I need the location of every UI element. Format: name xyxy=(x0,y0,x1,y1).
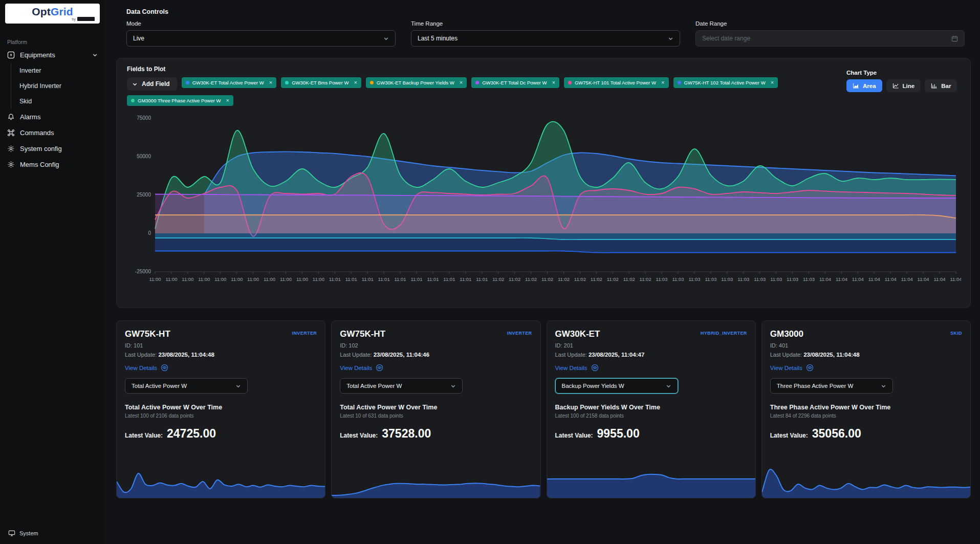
remove-field-icon[interactable]: × xyxy=(552,80,555,85)
view-details-link[interactable]: View Details xyxy=(555,365,587,371)
x-axis-tick-label: 11:00 xyxy=(198,276,210,282)
sidebar-footer-label: System xyxy=(19,530,38,536)
remove-field-icon[interactable]: × xyxy=(661,80,664,85)
chart-type-line-button[interactable]: Line xyxy=(886,79,921,92)
chevron-down-icon xyxy=(92,52,98,58)
remove-field-icon[interactable]: × xyxy=(354,80,357,85)
sidebar: OptGrid by Platform Equipments Inverter … xyxy=(0,0,105,544)
chevron-down-icon xyxy=(450,383,456,389)
x-axis-tick-label: 11:00 xyxy=(165,276,177,282)
chevron-down-icon xyxy=(666,383,671,389)
last-update-label: Last Update: xyxy=(770,352,802,358)
x-axis-tick-label: 11:03 xyxy=(688,276,700,282)
y-axis-tick-label: -25000 xyxy=(135,269,151,274)
series-color-dot xyxy=(678,81,681,84)
equipments-submenu: Inverter Hybrid Inverter Skid xyxy=(11,63,105,109)
metric-select[interactable]: Three Phase Active Power W xyxy=(770,378,893,394)
field-chip[interactable]: GW75K-HT 102 Total Active Power W× xyxy=(673,77,778,88)
time-range-select[interactable]: Last 5 minutes xyxy=(411,30,680,47)
field-chip-label: GW75K-HT 101 Total Active Power W xyxy=(575,80,656,85)
sidebar-item-inverter[interactable]: Inverter xyxy=(19,63,105,78)
bell-icon xyxy=(7,113,15,121)
x-axis-tick-label: 11:01 xyxy=(362,276,374,282)
latest-value: 37528.00 xyxy=(382,427,431,441)
card-chart-title: Three Phase Active Power W Over Time xyxy=(770,404,962,411)
x-axis-tick-label: 11:04 xyxy=(852,276,864,282)
remove-field-icon[interactable]: × xyxy=(460,80,463,85)
field-chip[interactable]: GW30K-ET Total Active Power W× xyxy=(182,77,277,88)
add-field-button[interactable]: Add Field xyxy=(127,77,177,91)
field-chip[interactable]: GW30K-ET Bms Power W× xyxy=(281,77,361,88)
eye-icon[interactable] xyxy=(806,364,814,372)
chart-type-bar-button[interactable]: Bar xyxy=(925,79,957,92)
monitor-icon xyxy=(8,530,15,537)
date-range-label: Date Range xyxy=(695,20,965,27)
sidebar-footer-system[interactable]: System xyxy=(8,530,38,537)
x-axis-tick-label: 11:01 xyxy=(329,276,341,282)
sidebar-item-label: System config xyxy=(20,145,98,153)
latest-value: 9955.00 xyxy=(597,427,640,441)
metric-select[interactable]: Total Active Power W xyxy=(125,378,248,394)
chart-type-area-button[interactable]: Area xyxy=(846,79,882,92)
x-axis-tick-label: 11:04 xyxy=(901,276,913,282)
x-axis-tick-label: 11:02 xyxy=(525,276,537,282)
sidebar-item-equipments[interactable]: Equipments xyxy=(0,47,105,63)
eye-icon[interactable] xyxy=(376,364,383,372)
brand-logo[interactable]: OptGrid by xyxy=(5,4,100,24)
x-axis-tick-label: 11:00 xyxy=(247,276,259,282)
remove-field-icon[interactable]: × xyxy=(269,80,272,85)
command-icon xyxy=(7,129,15,137)
view-details-link[interactable]: View Details xyxy=(770,365,802,371)
mode-select[interactable]: Live xyxy=(126,30,396,47)
chevron-down-icon xyxy=(132,81,138,87)
chevron-down-icon xyxy=(668,36,673,41)
remove-field-icon[interactable]: × xyxy=(226,98,229,103)
sidebar-item-alarms[interactable]: Alarms xyxy=(0,109,105,125)
field-chip[interactable]: GM3000 Three Phase Active Power W× xyxy=(127,95,233,106)
device-cards: GW75K-HTINVERTERID: 101Last Update: 23/0… xyxy=(116,320,971,498)
view-details-link[interactable]: View Details xyxy=(125,365,157,371)
device-name: GW75K-HT xyxy=(340,329,385,339)
field-chip[interactable]: GW75K-HT 101 Total Active Power W× xyxy=(564,77,669,88)
device-type-badge: HYBRID_INVERTER xyxy=(701,329,747,336)
view-details-link[interactable]: View Details xyxy=(340,365,372,371)
device-type-badge: SKID xyxy=(950,329,962,336)
metric-select[interactable]: Total Active Power W xyxy=(340,378,463,394)
sidebar-item-commands[interactable]: Commands xyxy=(0,125,105,141)
last-update-value: 23/08/2025, 11:04:48 xyxy=(158,352,214,358)
x-axis-tick-label: 11:00 xyxy=(149,276,161,282)
device-card: GW75K-HTINVERTERID: 101Last Update: 23/0… xyxy=(116,320,325,498)
x-axis-tick-label: 11:02 xyxy=(541,276,553,282)
chart-type-area-label: Area xyxy=(863,83,876,89)
sidebar-item-system-config[interactable]: System config xyxy=(0,141,105,157)
field-chip-label: GM3000 Three Phase Active Power W xyxy=(138,98,221,103)
metric-select[interactable]: Backup Power Yields W xyxy=(555,378,678,394)
main-chart: 11:0011:0011:0011:0011:0011:0011:0011:00… xyxy=(127,113,961,291)
last-update-value: 23/08/2025, 11:04:46 xyxy=(374,352,429,358)
brand-prefix: Opt xyxy=(32,6,51,17)
x-axis-tick-label: 11:01 xyxy=(443,276,455,282)
eye-icon[interactable] xyxy=(591,364,599,372)
device-id: ID: 102 xyxy=(340,342,532,349)
bar-chart-icon xyxy=(931,82,938,89)
device-name: GW75K-HT xyxy=(125,329,170,339)
sidebar-item-mems-config[interactable]: Mems Config xyxy=(0,157,105,172)
date-range-input[interactable]: Select date range xyxy=(695,30,965,47)
latest-value-label: Latest Value: xyxy=(125,432,163,439)
last-update-label: Last Update: xyxy=(125,352,157,358)
sidebar-item-skid[interactable]: Skid xyxy=(19,94,105,109)
field-chip[interactable]: GW30K-ET Total Dc Power W× xyxy=(471,77,559,88)
x-axis-tick-label: 11:00 xyxy=(182,276,193,282)
sidebar-item-hybrid-inverter[interactable]: Hybrid Inverter xyxy=(19,78,105,94)
x-axis-tick-label: 11:00 xyxy=(313,276,324,282)
x-axis-tick-label: 11:00 xyxy=(231,276,243,282)
x-axis-tick-label: 11:04 xyxy=(868,276,880,282)
series-color-dot xyxy=(285,81,289,84)
field-chip[interactable]: GW30K-ET Backup Power Yields W× xyxy=(366,77,467,88)
device-type-badge: INVERTER xyxy=(507,329,532,336)
chart-type-label: Chart Type xyxy=(846,70,959,76)
remove-field-icon[interactable]: × xyxy=(771,80,774,85)
device-id: ID: 401 xyxy=(770,342,962,349)
brand-byline: by xyxy=(72,17,76,21)
eye-icon[interactable] xyxy=(161,364,168,372)
